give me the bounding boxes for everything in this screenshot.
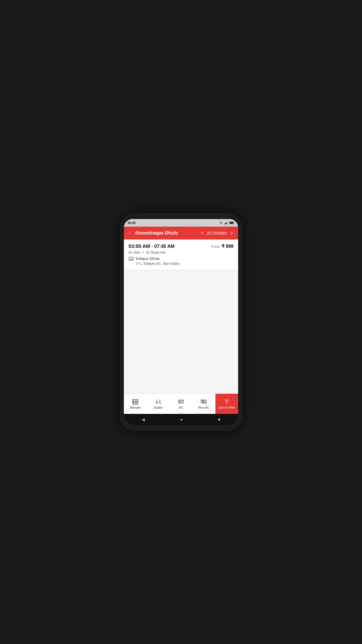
next-date-button[interactable]: > bbox=[229, 230, 234, 236]
svg-point-13 bbox=[132, 260, 133, 260]
header-right: < 22 October > bbox=[200, 230, 234, 236]
bus-card-top: 03:00 AM - 07:45 AM From ₹ 999 bbox=[129, 244, 233, 249]
svg-rect-10 bbox=[131, 257, 133, 258]
svg-rect-2 bbox=[225, 223, 226, 224]
svg-rect-9 bbox=[129, 257, 131, 258]
price-value: 999 bbox=[226, 244, 233, 249]
bus-info-row: 4h 45m • 32 Seats left bbox=[129, 251, 233, 255]
rupee-symbol: ₹ bbox=[222, 244, 224, 249]
android-home-button[interactable]: ● bbox=[180, 417, 182, 422]
app-header: ← Ahmednagar-Dhule < 22 October > bbox=[124, 227, 238, 239]
ac-icon bbox=[178, 398, 184, 405]
bottom-nav: Sleeper Seater bbox=[124, 393, 238, 414]
prev-date-button[interactable]: < bbox=[200, 230, 204, 236]
status-icons bbox=[219, 221, 235, 224]
timing-section: 03:00 AM - 07:45 AM bbox=[129, 244, 175, 249]
nonac-icon bbox=[201, 398, 207, 405]
nonac-label: Non-AC bbox=[198, 406, 210, 409]
status-bar: 10:24 bbox=[124, 219, 238, 227]
timing-display: 03:00 AM - 07:45 AM bbox=[129, 244, 175, 249]
sort-filter-label: Sort & Filter bbox=[218, 406, 235, 409]
depart-time: 03:00 AM bbox=[129, 244, 150, 249]
phone-screen: 10:24 bbox=[124, 219, 238, 425]
nav-seater[interactable]: Seater bbox=[147, 394, 169, 414]
bus-icon bbox=[129, 257, 134, 261]
svg-rect-3 bbox=[226, 222, 227, 224]
nav-sleeper[interactable]: Sleeper bbox=[124, 394, 147, 414]
svg-rect-7 bbox=[230, 222, 233, 224]
arrive-time: 07:45 AM bbox=[154, 244, 175, 249]
svg-point-12 bbox=[129, 260, 131, 260]
current-date: 22 October bbox=[207, 231, 227, 235]
svg-point-0 bbox=[221, 224, 221, 224]
signal-icon bbox=[224, 221, 228, 224]
from-label: From bbox=[211, 244, 220, 249]
price-section: From ₹ 999 bbox=[211, 244, 233, 249]
price-display: ₹ 999 bbox=[222, 244, 233, 249]
svg-rect-6 bbox=[234, 223, 234, 223]
back-button[interactable]: ← bbox=[128, 230, 133, 236]
seater-icon bbox=[155, 398, 161, 405]
phone-frame: 10:24 bbox=[120, 213, 242, 431]
android-back-button[interactable]: ◀ bbox=[142, 417, 145, 422]
wifi-icon bbox=[219, 221, 223, 224]
battery-icon bbox=[229, 221, 235, 224]
bus-features: 2+1, Sleeper,AC, Non-Video bbox=[136, 262, 233, 266]
android-nav-bar: ◀ ● ■ bbox=[124, 414, 238, 425]
bus-list-content: 03:00 AM - 07:45 AM From ₹ 999 bbox=[124, 239, 238, 393]
svg-rect-4 bbox=[227, 222, 228, 224]
page-title: Ahmednagar-Dhule bbox=[135, 230, 178, 236]
nav-ac[interactable]: AC bbox=[170, 394, 192, 414]
android-recents-button[interactable]: ■ bbox=[218, 417, 220, 422]
bus-route-row: Solapur-Dhule bbox=[129, 256, 233, 261]
bus-card[interactable]: 03:00 AM - 07:45 AM From ₹ 999 bbox=[124, 239, 238, 270]
sleeper-icon bbox=[132, 398, 138, 405]
nav-nonac[interactable]: Non-AC bbox=[192, 394, 215, 414]
header-left: ← Ahmednagar-Dhule bbox=[128, 230, 178, 236]
status-time: 10:24 bbox=[127, 221, 136, 225]
seats-left: 32 Seats left bbox=[146, 251, 165, 255]
svg-rect-22 bbox=[178, 400, 184, 403]
duration: 4h 45m bbox=[129, 251, 140, 255]
route-name: Solapur-Dhule bbox=[136, 256, 160, 261]
sort-filter-icon bbox=[224, 398, 230, 405]
nav-sort-filter[interactable]: Sort & Filter bbox=[215, 394, 238, 414]
separator-dot: • bbox=[142, 251, 143, 255]
timing-separator: - bbox=[151, 244, 154, 249]
sleeper-label: Sleeper bbox=[130, 406, 141, 409]
svg-rect-1 bbox=[224, 223, 225, 224]
ac-label: AC bbox=[179, 406, 183, 409]
seater-label: Seater bbox=[153, 406, 163, 409]
